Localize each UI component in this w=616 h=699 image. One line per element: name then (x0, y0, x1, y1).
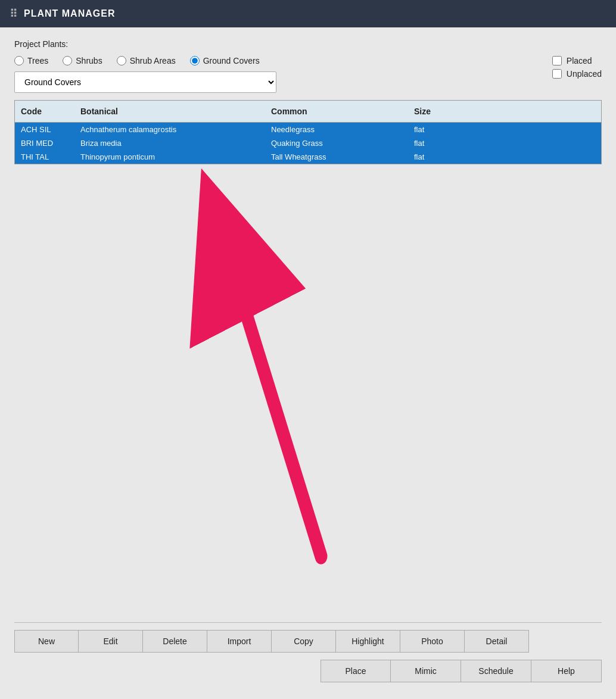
ground-covers-radio[interactable] (190, 56, 200, 65)
radio-shrubs[interactable]: Shrubs (63, 56, 102, 65)
placed-checkbox[interactable] (552, 56, 562, 65)
drag-handle-icon: ⠿ (10, 7, 18, 20)
trees-radio[interactable] (14, 56, 24, 65)
shrubs-radio[interactable] (63, 56, 72, 65)
cell-botanical: Briza media (74, 136, 265, 150)
mimic-button[interactable]: Mimic (391, 660, 461, 682)
cell-botanical: Thinopyrum ponticum (74, 150, 265, 164)
plant-table: Code Botanical Common Size ACH SIL Achna… (14, 100, 602, 164)
cell-common: Tall Wheatgrass (265, 150, 408, 164)
detail-button[interactable]: Detail (465, 630, 529, 653)
new-button[interactable]: New (14, 630, 79, 653)
schedule-button[interactable]: Schedule (461, 660, 531, 682)
shrub-areas-label: Shrub Areas (130, 56, 176, 65)
radio-row: Trees Shrubs Shrub Areas Ground Covers (14, 56, 552, 65)
copy-button[interactable]: Copy (272, 630, 336, 653)
window-title: PLANT MANAGER (24, 8, 115, 19)
delete-button[interactable]: Delete (143, 630, 207, 653)
project-plants-label: Project Plants: (14, 39, 602, 49)
cell-code: BRI MED (15, 136, 74, 150)
cell-common: Quaking Grass (265, 136, 408, 150)
placed-label: Placed (567, 56, 592, 65)
photo-button[interactable]: Photo (400, 630, 465, 653)
action-buttons-row1: New Edit Delete Import Copy Highlight Ph… (14, 622, 602, 653)
checkbox-group: Placed Unplaced (552, 56, 602, 79)
trees-label: Trees (27, 56, 48, 65)
cell-size: flat (408, 136, 480, 150)
svg-line-1 (225, 244, 321, 556)
table-row[interactable]: ACH SIL Achnatherum calamagrostis Needle… (15, 123, 601, 136)
placed-checkbox-item[interactable]: Placed (552, 56, 602, 65)
table-wrapper: Code Botanical Common Size ACH SIL Achna… (14, 100, 602, 615)
shrubs-label: Shrubs (76, 56, 102, 65)
shrub-areas-radio[interactable] (117, 56, 126, 65)
plant-manager-window: ⠿ PLANT MANAGER Project Plants: Trees Sh… (0, 0, 616, 699)
cell-size: flat (408, 123, 480, 136)
title-bar: ⠿ PLANT MANAGER (0, 0, 616, 27)
table-row[interactable]: THI TAL Thinopyrum ponticum Tall Wheatgr… (15, 150, 601, 164)
header-botanical: Botanical (74, 104, 265, 118)
import-button[interactable]: Import (207, 630, 272, 653)
cell-botanical: Achnatherum calamagrostis (74, 123, 265, 136)
cell-size: flat (408, 150, 480, 164)
unplaced-label: Unplaced (567, 69, 602, 79)
help-button[interactable]: Help (531, 660, 602, 682)
dropdown-row: Ground Covers Trees Shrubs Shrub Areas (14, 71, 552, 93)
action-buttons-row2: Place Mimic Schedule Help (14, 660, 602, 687)
table-body: ACH SIL Achnatherum calamagrostis Needle… (15, 123, 601, 164)
annotation-arrow (14, 100, 602, 615)
radio-shrub-areas[interactable]: Shrub Areas (117, 56, 176, 65)
unplaced-checkbox[interactable] (552, 69, 562, 79)
table-header: Code Botanical Common Size (15, 101, 601, 123)
radio-section: Trees Shrubs Shrub Areas Ground Covers (14, 56, 552, 93)
cell-common: Needlegrass (265, 123, 408, 136)
cell-code: ACH SIL (15, 123, 74, 136)
header-size: Size (408, 104, 480, 118)
filter-controls: Trees Shrubs Shrub Areas Ground Covers (14, 56, 602, 93)
radio-ground-covers[interactable]: Ground Covers (190, 56, 260, 65)
unplaced-checkbox-item[interactable]: Unplaced (552, 69, 602, 79)
place-button[interactable]: Place (321, 660, 391, 682)
cell-code: THI TAL (15, 150, 74, 164)
header-common: Common (265, 104, 408, 118)
header-code: Code (15, 104, 74, 118)
edit-button[interactable]: Edit (79, 630, 143, 653)
highlight-button[interactable]: Highlight (336, 630, 400, 653)
radio-trees[interactable]: Trees (14, 56, 48, 65)
table-row[interactable]: BRI MED Briza media Quaking Grass flat (15, 136, 601, 150)
plant-type-dropdown[interactable]: Ground Covers Trees Shrubs Shrub Areas (14, 71, 276, 93)
ground-covers-label: Ground Covers (203, 56, 260, 65)
content-area: Project Plants: Trees Shrubs Shrub Areas (0, 27, 616, 699)
